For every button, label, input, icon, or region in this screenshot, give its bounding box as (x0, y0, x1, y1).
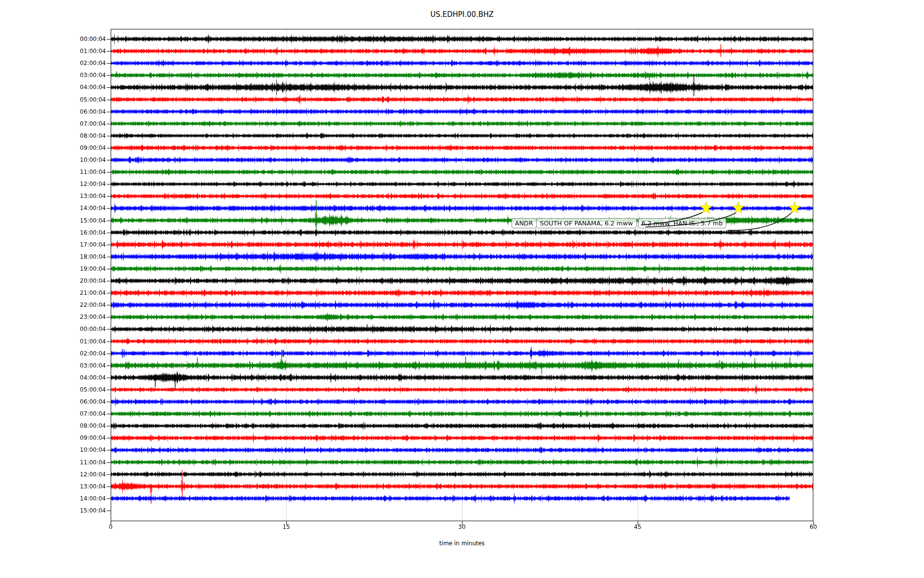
y-tick-mark (107, 511, 111, 511)
y-tick-mark (107, 160, 111, 160)
event-label: HAN IS., 5.7 mb (663, 218, 726, 228)
chart-title: US.EDHPI.00.BHZ (0, 10, 924, 19)
x-tick-label: 0 (96, 524, 125, 530)
y-tick-mark (107, 112, 111, 112)
y-tick-mark (107, 51, 111, 52)
y-tick-mark (107, 75, 111, 76)
y-tick-mark (107, 63, 111, 64)
x-tick-label: 45 (623, 524, 652, 530)
y-tick-mark (107, 378, 111, 378)
y-tick-mark (107, 402, 111, 402)
y-tick-label: 11:00:04 (48, 169, 106, 175)
y-tick-mark (107, 39, 111, 39)
y-tick-label: 18:00:04 (48, 253, 106, 260)
y-tick-label: 05:00:04 (48, 96, 106, 103)
y-tick-label: 09:00:04 (48, 144, 106, 151)
x-tick-label: 30 (448, 524, 476, 530)
y-tick-label: 14:00:04 (48, 205, 106, 211)
y-tick-label: 06:00:04 (48, 108, 106, 115)
y-tick-label: 15:00:04 (48, 217, 106, 224)
y-tick-label: 04:00:04 (48, 374, 106, 381)
y-tick-label: 08:00:04 (48, 422, 106, 429)
y-tick-label: 03:00:04 (48, 362, 106, 369)
y-tick-label: 06:00:04 (48, 398, 106, 405)
y-tick-mark (107, 305, 111, 305)
y-tick-label: 10:00:04 (48, 447, 106, 453)
y-tick-label: 10:00:04 (48, 157, 106, 163)
y-tick-mark (107, 233, 111, 233)
y-tick-mark (107, 208, 111, 209)
y-tick-label: 00:00:04 (48, 36, 106, 42)
y-tick-mark (107, 366, 111, 366)
y-tick-mark (107, 474, 111, 475)
y-tick-mark (107, 438, 111, 438)
y-tick-mark (107, 462, 111, 463)
y-tick-label: 07:00:04 (48, 120, 106, 127)
y-tick-mark (107, 124, 111, 124)
y-tick-label: 01:00:04 (48, 338, 106, 345)
y-tick-mark (107, 450, 111, 450)
y-tick-mark (107, 499, 111, 499)
y-tick-mark (107, 87, 111, 88)
y-tick-label: 16:00:04 (48, 229, 106, 236)
y-tick-label: 02:00:04 (48, 60, 106, 66)
y-tick-mark (107, 100, 111, 100)
y-tick-label: 21:00:04 (48, 289, 106, 296)
y-tick-mark (107, 221, 111, 221)
y-tick-mark (107, 486, 111, 487)
y-tick-label: 19:00:04 (48, 265, 106, 272)
plot-border (111, 29, 813, 521)
event-label: ANDR (512, 218, 537, 228)
y-tick-label: 01:00:04 (48, 48, 106, 54)
y-tick-label: 11:00:04 (48, 459, 106, 466)
event-label: SOUTH OF PANAMA, 6.2 mww (536, 218, 637, 228)
y-tick-label: 13:00:04 (48, 193, 106, 199)
y-tick-label: 12:00:04 (48, 181, 106, 187)
y-tick-label: 05:00:04 (48, 386, 106, 393)
y-tick-label: 07:00:04 (48, 410, 106, 417)
y-tick-mark (107, 245, 111, 245)
helicorder-figure: US.EDHPI.00.BHZ 00:00:0401:00:0402:00:04… (0, 0, 924, 578)
y-tick-mark (107, 184, 111, 184)
y-tick-label: 20:00:04 (48, 277, 106, 284)
y-tick-mark (107, 196, 111, 197)
y-tick-mark (107, 342, 111, 342)
y-tick-label: 17:00:04 (48, 241, 106, 248)
y-tick-mark (107, 148, 111, 148)
y-tick-mark (107, 281, 111, 281)
y-tick-label: 04:00:04 (48, 84, 106, 91)
y-tick-label: 03:00:04 (48, 72, 106, 79)
y-tick-mark (107, 317, 111, 317)
x-tick-label: 15 (272, 524, 301, 530)
y-tick-label: 02:00:04 (48, 350, 106, 357)
event-label: 6.2 mww (638, 218, 669, 228)
y-tick-label: 14:00:04 (48, 495, 106, 502)
y-tick-mark (107, 354, 111, 354)
y-tick-mark (107, 426, 111, 426)
y-tick-label: 22:00:04 (48, 302, 106, 308)
y-tick-mark (107, 414, 111, 414)
y-tick-label: 13:00:04 (48, 483, 106, 490)
y-tick-mark (107, 136, 111, 136)
y-tick-label: 00:00:04 (48, 326, 106, 332)
y-tick-label: 23:00:04 (48, 314, 106, 320)
y-tick-label: 15:00:04 (48, 507, 106, 514)
y-tick-mark (107, 293, 111, 293)
y-tick-mark (107, 257, 111, 257)
x-axis-title: time in minutes (0, 540, 924, 547)
y-tick-label: 09:00:04 (48, 434, 106, 441)
x-tick-label: 60 (799, 524, 828, 530)
y-tick-mark (107, 269, 111, 269)
y-tick-mark (107, 329, 111, 329)
y-tick-mark (107, 172, 111, 172)
y-tick-mark (107, 390, 111, 390)
y-tick-label: 08:00:04 (48, 132, 106, 139)
y-tick-label: 12:00:04 (48, 471, 106, 478)
